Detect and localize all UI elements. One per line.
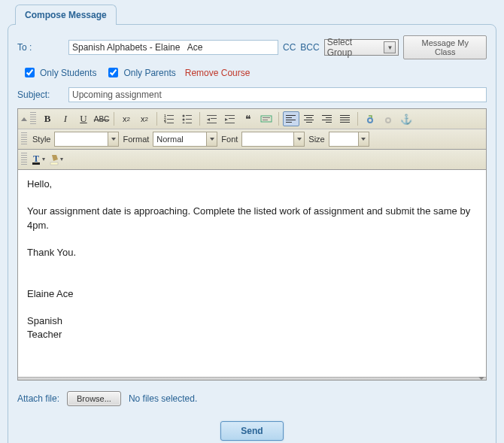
tab-compose[interactable]: Compose Message (15, 5, 117, 25)
only-students-checkbox[interactable] (25, 68, 35, 77)
size-label: Size (308, 135, 324, 144)
remove-course-link[interactable]: Remove Course (185, 68, 250, 78)
superscript-button[interactable]: x2 (136, 111, 153, 126)
svg-rect-26 (286, 122, 292, 123)
subscript-button[interactable]: x2 (118, 111, 135, 126)
svg-text:3: 3 (164, 120, 166, 123)
align-right-button[interactable] (319, 111, 335, 126)
size-dropdown[interactable] (329, 132, 369, 147)
style-label: Style (32, 135, 50, 144)
select-group-dropdown[interactable]: Select Group ▼ (324, 39, 399, 56)
collapse-icon[interactable] (21, 117, 27, 121)
svg-marker-46 (52, 155, 58, 161)
align-left-button[interactable] (283, 111, 299, 126)
only-parents-label: Only Parents (123, 68, 175, 78)
italic-button[interactable]: I (57, 111, 74, 126)
to-label: To : (17, 42, 64, 53)
compose-panel: To : CC BCC Select Group ▼ Message My Cl… (8, 24, 496, 443)
blockquote-button[interactable]: ❝ (240, 111, 257, 126)
send-button[interactable]: Send (220, 421, 283, 441)
indent-button[interactable] (222, 111, 238, 126)
attach-label: Attach file: (17, 393, 59, 404)
align-justify-button[interactable] (337, 111, 354, 126)
svg-text:T: T (33, 153, 39, 164)
svg-rect-11 (186, 123, 192, 123)
svg-rect-13 (211, 118, 217, 119)
svg-rect-38 (340, 122, 350, 123)
toolbar-row-3: T (18, 150, 486, 170)
svg-rect-47 (50, 162, 58, 165)
format-label: Format (123, 135, 149, 144)
outdent-button[interactable] (204, 111, 220, 126)
svg-rect-29 (304, 120, 314, 120)
underline-button[interactable]: U (75, 111, 92, 126)
svg-point-6 (183, 115, 185, 117)
svg-rect-32 (326, 117, 332, 118)
svg-rect-15 (207, 123, 217, 123)
svg-rect-24 (286, 117, 292, 118)
browse-button[interactable]: Browse... (67, 391, 121, 406)
bcc-link[interactable]: BCC (300, 42, 319, 53)
svg-marker-45 (42, 158, 45, 161)
svg-rect-21 (263, 117, 270, 118)
svg-rect-19 (225, 123, 235, 123)
only-students-label: Only Students (40, 68, 96, 78)
unlink-button[interactable] (380, 111, 396, 126)
link-button[interactable] (362, 111, 378, 126)
format-dropdown[interactable]: Normal (153, 132, 217, 147)
svg-rect-33 (322, 120, 332, 120)
svg-rect-5 (167, 123, 174, 123)
message-my-class-button[interactable]: Message My Class (403, 35, 487, 59)
unordered-list-button[interactable] (179, 111, 196, 126)
svg-marker-48 (60, 158, 63, 161)
text-color-button[interactable]: T (30, 152, 47, 167)
subject-input[interactable] (68, 87, 487, 102)
font-dropdown[interactable] (241, 132, 305, 147)
select-group-arrow-icon: ▼ (384, 41, 396, 53)
only-parents-checkbox[interactable] (108, 68, 118, 77)
svg-rect-34 (326, 122, 332, 123)
bg-color-button[interactable] (48, 152, 65, 167)
subject-label: Subject: (17, 90, 64, 100)
no-files-text: No files selected. (129, 393, 197, 404)
svg-rect-3 (167, 119, 174, 120)
anchor-button[interactable]: ⚓ (398, 111, 414, 126)
svg-rect-17 (229, 118, 235, 119)
svg-rect-22 (263, 120, 268, 120)
svg-marker-18 (225, 118, 228, 121)
toolbar-row-2: Style Format Normal Font Size (18, 129, 486, 150)
resize-handle[interactable] (18, 377, 486, 380)
svg-point-10 (183, 123, 185, 124)
grip-icon (30, 112, 36, 126)
svg-point-42 (387, 119, 390, 122)
svg-rect-27 (304, 115, 314, 116)
style-dropdown[interactable] (54, 132, 119, 147)
svg-point-8 (183, 119, 185, 121)
select-group-text: Select Group (327, 37, 380, 58)
svg-rect-1 (167, 115, 174, 116)
svg-rect-37 (340, 120, 350, 120)
strike-button[interactable]: ABC (93, 111, 110, 126)
svg-rect-9 (186, 119, 192, 120)
cc-link[interactable]: CC (283, 42, 296, 53)
ordered-list-button[interactable]: 123 (161, 111, 178, 126)
div-button[interactable] (258, 111, 275, 126)
svg-rect-31 (322, 115, 332, 116)
svg-rect-28 (306, 117, 312, 118)
grip-icon (21, 132, 27, 146)
grip-icon (21, 153, 27, 166)
rich-text-editor: B I U ABC x2 x2 123 (17, 108, 487, 381)
svg-rect-16 (225, 115, 235, 116)
svg-rect-36 (340, 117, 350, 118)
svg-rect-12 (207, 115, 217, 116)
bold-button[interactable]: B (39, 111, 56, 126)
svg-rect-44 (32, 162, 40, 165)
svg-rect-35 (340, 115, 350, 116)
toolbar-row-1: B I U ABC x2 x2 123 (18, 109, 486, 129)
align-center-button[interactable] (301, 111, 317, 126)
message-body[interactable]: Hello, Your assignment date is approachi… (18, 170, 486, 377)
font-label: Font (221, 135, 238, 144)
to-input[interactable] (68, 40, 278, 55)
svg-rect-23 (286, 115, 296, 116)
svg-rect-7 (186, 115, 192, 116)
